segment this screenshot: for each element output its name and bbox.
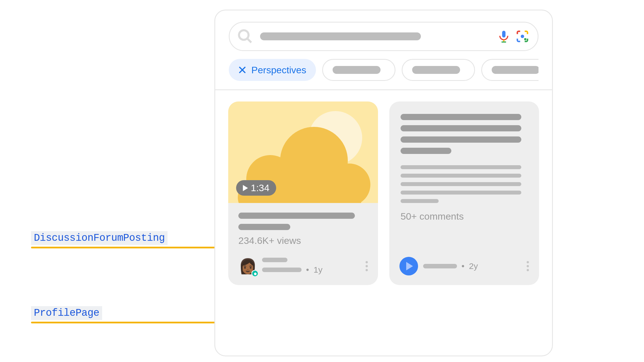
lens-icon[interactable] — [516, 30, 529, 43]
result-card-video[interactable]: 1:34 234.6K+ views 👩🏾 • 1y — [228, 101, 378, 285]
snippet-placeholder-line — [401, 174, 521, 178]
title-placeholder-line — [238, 224, 290, 230]
title-placeholder-line — [401, 114, 521, 120]
chip-placeholder-bar — [412, 66, 460, 74]
result-card-text[interactable]: 50+ comments • 2y — [389, 101, 539, 285]
results-row: 1:34 234.6K+ views 👩🏾 • 1y — [215, 90, 552, 298]
author-handle-placeholder — [262, 268, 302, 272]
comments-text: 50+ comments — [401, 211, 528, 222]
card-footer: 👩🏾 • 1y — [228, 254, 378, 285]
annotation-connector-line — [31, 322, 245, 323]
title-placeholder-line — [401, 136, 521, 143]
bullet-separator: • — [461, 261, 465, 271]
chip-placeholder-bar — [333, 66, 381, 74]
filter-chips-row: Perspectives — [229, 59, 539, 81]
play-triangle-icon — [243, 185, 248, 191]
device-header: Perspectives — [215, 10, 552, 90]
author-name-placeholder — [262, 258, 287, 262]
svg-line-1 — [247, 38, 251, 43]
chip-label: Perspectives — [251, 65, 306, 76]
mic-icon[interactable] — [497, 30, 511, 43]
post-age: 1y — [314, 265, 323, 275]
video-duration-text: 1:34 — [251, 182, 269, 193]
close-icon — [238, 66, 246, 74]
bullet-separator: • — [306, 265, 309, 275]
source-avatar[interactable] — [399, 257, 418, 275]
chip-placeholder[interactable] — [322, 59, 395, 81]
author-lines: • 1y — [262, 258, 322, 275]
author-avatar[interactable]: 👩🏾 — [238, 257, 257, 275]
play-triangle-icon — [406, 262, 413, 270]
svg-point-0 — [239, 30, 249, 40]
card-footer: • 2y — [389, 254, 539, 285]
search-query-placeholder — [260, 32, 421, 40]
search-bar[interactable] — [229, 22, 539, 51]
svg-point-5 — [521, 35, 524, 38]
svg-rect-2 — [502, 31, 505, 37]
snippet-placeholder-line — [401, 199, 439, 203]
views-text: 234.6K+ views — [238, 235, 368, 246]
device-frame: Perspectives 1:34 — [214, 10, 553, 356]
title-placeholder-line — [401, 125, 521, 131]
search-icon — [237, 28, 253, 45]
post-age: 2y — [469, 261, 478, 271]
snippet-placeholder-line — [401, 165, 521, 169]
video-duration-badge: 1:34 — [236, 180, 276, 196]
video-thumbnail: 1:34 — [228, 101, 378, 203]
annotation-label: DiscussionForumPosting — [31, 231, 168, 245]
annotation-profile-page: ProfilePage — [31, 306, 245, 323]
title-placeholder-line — [401, 148, 451, 154]
snippet-placeholder-line — [401, 182, 521, 186]
chip-placeholder-bar — [492, 66, 539, 74]
card-body: 234.6K+ views — [228, 203, 378, 254]
annotation-label: ProfilePage — [31, 306, 102, 320]
title-placeholder-line — [238, 213, 355, 219]
snippet-placeholder-line — [401, 191, 521, 195]
more-menu-icon[interactable] — [527, 261, 529, 271]
svg-point-6 — [524, 38, 526, 40]
chip-placeholder[interactable] — [402, 59, 475, 81]
chip-perspectives[interactable]: Perspectives — [229, 59, 316, 81]
verified-badge-icon — [251, 270, 259, 277]
more-menu-icon[interactable] — [366, 261, 368, 271]
source-name-placeholder — [423, 264, 457, 268]
card-body: 50+ comments — [389, 101, 539, 225]
chip-placeholder[interactable] — [481, 59, 539, 81]
